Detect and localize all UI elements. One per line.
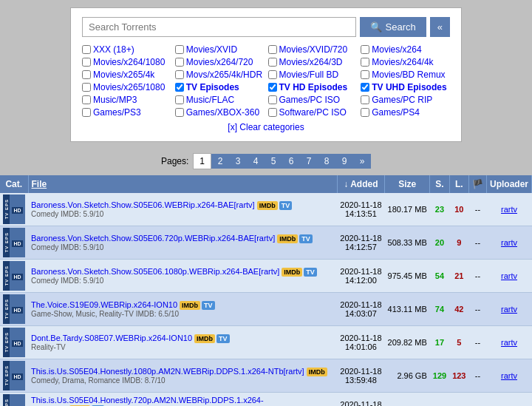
pagination: Pages: 123456789» bbox=[0, 146, 532, 175]
table-row: TV EPS HD Baroness.Von.Sketch.Show.S05E0… bbox=[0, 226, 532, 260]
category-link-movies_x265_4k_hdr[interactable]: Movs/x265/4k/HDR bbox=[186, 70, 262, 80]
category-checkbox-movies_x264[interactable] bbox=[361, 45, 369, 54]
uploader-link[interactable]: rartv bbox=[501, 271, 517, 280]
flags-cell-6: -- bbox=[468, 393, 486, 407]
category-checkbox-movies_x264_720[interactable] bbox=[175, 58, 184, 67]
uploader-link[interactable]: rartv bbox=[501, 205, 517, 214]
file-link[interactable]: Baroness.Von.Sketch.Show.S05E06.720p.WEB… bbox=[31, 234, 275, 243]
category-checkbox-movies_bd_remux[interactable] bbox=[361, 70, 369, 79]
category-link-movies_x264_3d[interactable]: Movies/x264/3D bbox=[279, 57, 343, 67]
col-added[interactable]: ↓ Added bbox=[337, 175, 384, 193]
category-link-music_mp3[interactable]: Music/MP3 bbox=[93, 95, 137, 105]
category-checkbox-movies_x264_4k[interactable] bbox=[361, 58, 369, 67]
category-link-games_ps4[interactable]: Games/PS4 bbox=[372, 107, 420, 118]
category-link-games_xbox_360[interactable]: Games/XBOX-360 bbox=[186, 107, 259, 118]
cat-cell-3: TV EPS HD bbox=[0, 293, 28, 326]
seeds-cell-2: 54 bbox=[430, 260, 449, 293]
category-item-games_pc_rip: Games/PC RIP bbox=[361, 95, 450, 105]
file-link[interactable]: Baroness.Von.Sketch.Show.S05E06.WEBRip.x… bbox=[31, 200, 255, 209]
table-row: TV EPS HD This.is.Us.S05E04.Honestly.720… bbox=[0, 393, 532, 407]
category-checkbox-music_flac[interactable] bbox=[175, 95, 184, 104]
category-checkbox-xxx[interactable] bbox=[82, 45, 91, 54]
category-checkbox-music_mp3[interactable] bbox=[82, 95, 91, 104]
page-9-button[interactable]: 9 bbox=[335, 154, 353, 169]
search-row: 🔍 Search « bbox=[82, 17, 450, 37]
category-link-movies_bd_remux[interactable]: Movies/BD Remux bbox=[372, 70, 445, 80]
category-link-movies_x265_4k[interactable]: Movies/x265/4k bbox=[93, 70, 154, 80]
category-link-tv_uhd_episodes[interactable]: TV UHD Episodes bbox=[372, 82, 446, 92]
added-cell-5: 2020-11-1813:59:48 bbox=[337, 359, 384, 393]
category-link-movies_x265_1080[interactable]: Movies/x265/1080 bbox=[93, 82, 165, 92]
category-link-movies_x264[interactable]: Movies/x264 bbox=[372, 44, 421, 55]
category-checkbox-games_ps4[interactable] bbox=[361, 108, 369, 117]
category-link-movies_full_bd[interactable]: Movies/Full BD bbox=[279, 70, 339, 80]
category-checkbox-tv_uhd_episodes[interactable] bbox=[361, 83, 369, 92]
flags-cell-4: -- bbox=[468, 326, 486, 359]
category-item-games_ps4: Games/PS4 bbox=[361, 107, 450, 118]
category-checkbox-tv_episodes[interactable] bbox=[175, 83, 184, 92]
page-5-button[interactable]: 5 bbox=[265, 154, 282, 169]
file-link[interactable]: This.is.Us.S05E04.Honestly.1080p.AM2N.WE… bbox=[31, 367, 304, 376]
page-4-button[interactable]: 4 bbox=[247, 154, 265, 169]
page-8-button[interactable]: 8 bbox=[318, 154, 335, 169]
category-link-music_flac[interactable]: Music/FLAC bbox=[186, 95, 234, 105]
category-link-games_pc_rip[interactable]: Games/PC RIP bbox=[372, 95, 432, 105]
page-2-button[interactable]: 2 bbox=[211, 154, 229, 169]
added-cell-1: 2020-11-1814:12:57 bbox=[337, 226, 384, 260]
size-cell-0: 180.17 MB bbox=[385, 193, 430, 226]
category-checkbox-movies_xvid_720[interactable] bbox=[268, 45, 277, 54]
file-link[interactable]: Dont.Be.Tardy.S08E07.WEBRip.x264-ION10 bbox=[31, 334, 192, 342]
category-checkbox-movies_x264_3d[interactable] bbox=[268, 58, 277, 67]
category-link-movies_x264_1080[interactable]: Movies/x264/1080 bbox=[93, 57, 165, 67]
seeds-cell-4: 17 bbox=[430, 326, 449, 359]
category-link-movies_xvid[interactable]: Movies/XVID bbox=[186, 44, 237, 55]
col-file[interactable]: File bbox=[28, 175, 337, 193]
search-input[interactable] bbox=[82, 17, 356, 37]
category-link-movies_xvid_720[interactable]: Movies/XVID/720 bbox=[279, 44, 348, 55]
page-3-button[interactable]: 3 bbox=[229, 154, 247, 169]
category-item-games_pc_iso: Games/PC ISO bbox=[268, 95, 358, 105]
seeds-cell-6: 73 bbox=[430, 393, 449, 407]
file-link[interactable]: Baroness.Von.Sketch.Show.S05E06.1080p.WE… bbox=[31, 267, 279, 276]
category-link-movies_x264_720[interactable]: Movies/x264/720 bbox=[186, 57, 253, 67]
file-link[interactable]: This.is.Us.S05E04.Honestly.720p.AM2N.WEB… bbox=[31, 396, 264, 406]
category-link-games_ps3[interactable]: Games/PS3 bbox=[93, 107, 141, 118]
cat-cell-2: TV EPS HD bbox=[0, 260, 28, 293]
page-1-button[interactable]: 1 bbox=[193, 153, 211, 169]
category-checkbox-movies_x265_1080[interactable] bbox=[82, 83, 91, 92]
category-link-games_pc_iso[interactable]: Games/PC ISO bbox=[279, 95, 341, 105]
page-next-button[interactable]: » bbox=[353, 154, 371, 169]
table-row: TV EPS HD Dont.Be.Tardy.S08E07.WEBRip.x2… bbox=[0, 326, 532, 359]
category-checkbox-tv_hd_episodes[interactable] bbox=[268, 83, 277, 92]
uploader-cell-6: rartv bbox=[486, 393, 531, 407]
uploader-link[interactable]: rartv bbox=[501, 305, 517, 314]
badge-imdb: IMDb bbox=[194, 334, 215, 343]
category-checkbox-movies_x265_4k[interactable] bbox=[82, 70, 91, 79]
uploader-link[interactable]: rartv bbox=[501, 371, 517, 380]
category-checkbox-movies_xvid[interactable] bbox=[175, 45, 184, 54]
back-button[interactable]: « bbox=[430, 17, 450, 37]
page-7-button[interactable]: 7 bbox=[300, 154, 318, 169]
category-link-xxx[interactable]: XXX (18+) bbox=[93, 44, 134, 55]
uploader-cell-5: rartv bbox=[486, 359, 531, 393]
category-checkbox-games_ps3[interactable] bbox=[82, 108, 91, 117]
category-link-movies_x264_4k[interactable]: Movies/x264/4k bbox=[372, 57, 433, 67]
category-checkbox-games_pc_iso[interactable] bbox=[268, 95, 277, 104]
table-row: TV EPS HD This.is.Us.S05E04.Honestly.108… bbox=[0, 359, 532, 393]
search-button[interactable]: 🔍 Search bbox=[360, 17, 426, 37]
category-item-games_ps3: Games/PS3 bbox=[82, 107, 171, 118]
category-checkbox-software_pc_iso[interactable] bbox=[268, 108, 277, 117]
category-checkbox-movies_full_bd[interactable] bbox=[268, 70, 277, 79]
file-link[interactable]: The.Voice.S19E09.WEBRip.x264-ION10 bbox=[31, 300, 177, 309]
uploader-link[interactable]: rartv bbox=[501, 338, 517, 347]
category-link-software_pc_iso[interactable]: Software/PC ISO bbox=[279, 107, 347, 118]
clear-categories-link[interactable]: [x] Clear categories bbox=[82, 122, 450, 132]
category-checkbox-games_pc_rip[interactable] bbox=[361, 95, 369, 104]
category-link-tv_hd_episodes[interactable]: TV HD Episodes bbox=[279, 82, 348, 92]
page-6-button[interactable]: 6 bbox=[282, 154, 300, 169]
uploader-link[interactable]: rartv bbox=[501, 238, 517, 247]
category-checkbox-games_xbox_360[interactable] bbox=[175, 108, 184, 117]
category-checkbox-movies_x265_4k_hdr[interactable] bbox=[175, 70, 184, 79]
category-link-tv_episodes[interactable]: TV Episodes bbox=[186, 82, 239, 92]
category-checkbox-movies_x264_1080[interactable] bbox=[82, 58, 91, 67]
